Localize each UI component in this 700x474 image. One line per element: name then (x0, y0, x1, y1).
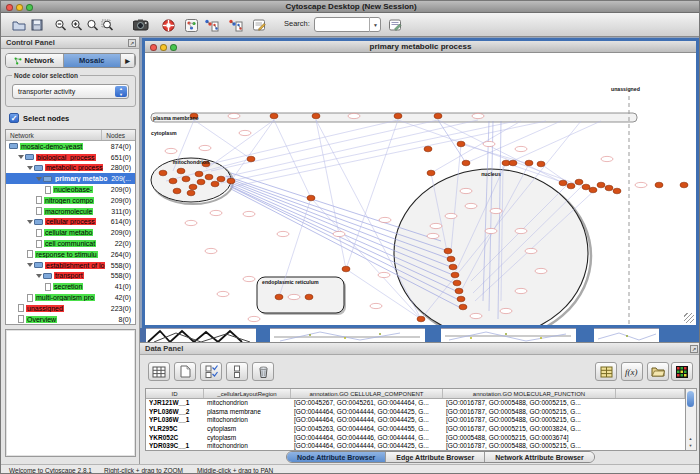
table-icon[interactable] (148, 362, 170, 381)
graph-node[interactable] (424, 146, 432, 152)
tree-row[interactable]: response to stimulu264(0) (6, 249, 135, 260)
table-cell[interactable]: YKR052C (146, 434, 204, 443)
graph-node[interactable] (613, 188, 621, 194)
graph-node[interactable] (189, 184, 197, 190)
col-id[interactable]: ID (146, 389, 204, 398)
expand-triangle-icon[interactable] (27, 220, 33, 224)
tree-row[interactable]: biological_process651(0) (6, 152, 135, 163)
table-cell[interactable]: mitochondrion (204, 442, 291, 451)
background-window-fragment[interactable] (270, 328, 425, 342)
tab-overflow-button[interactable]: ▶ (121, 54, 135, 67)
birdseye-view[interactable] (5, 329, 136, 457)
attribute-table-header[interactable]: ID _cellularLayoutRegion annotation.GO C… (146, 389, 685, 399)
tree-row[interactable]: primary metabo209(... (6, 173, 135, 184)
network-window-titlebar[interactable]: primary metabolic process (145, 41, 696, 53)
save-table-icon[interactable] (595, 362, 617, 381)
graph-node[interactable] (187, 190, 195, 196)
select-nodes-checkbox[interactable]: ✓ (9, 113, 19, 123)
graph-node[interactable] (447, 256, 455, 262)
vizmapper-icon[interactable] (182, 16, 200, 34)
table-cell[interactable]: [GO:0016787, GO:0005488, GO:0005215, G..… (443, 416, 616, 425)
graph-node[interactable] (434, 113, 442, 119)
table-cell[interactable]: [GO:0044464, GO:0044444, GO:0044425, G..… (291, 442, 443, 451)
table-cell[interactable]: YPL036W__2 (146, 408, 204, 417)
table-row[interactable]: YPL036W__1mitochondrion[GO:0044464, GO:0… (146, 416, 685, 425)
table-cell[interactable]: [GO:0016787, GO:0005488, GO:0005215, G..… (443, 442, 616, 451)
tree-row[interactable]: cellular process614(0) (6, 217, 135, 228)
table-scrollbar[interactable]: ▲ ▼ (686, 388, 697, 451)
graph-node[interactable] (567, 183, 575, 189)
layout-a-icon[interactable] (202, 16, 220, 34)
expand-triangle-icon[interactable] (27, 263, 33, 267)
app-titlebar[interactable]: Cytoscape Desktop (New Session) (1, 1, 700, 13)
tree-row[interactable]: nitrogen compo209(0) (6, 195, 135, 206)
expand-triangle-icon[interactable] (27, 166, 33, 170)
table-cell[interactable]: mitochondrion (204, 399, 291, 408)
table-row[interactable]: YPL036W__2plasma membrane[GO:0044464, GO… (146, 408, 685, 417)
table-cell[interactable]: [GO:0016787, GO:0005488, GO:0005215, G..… (443, 408, 616, 417)
zoom-selected-icon[interactable] (98, 16, 116, 34)
table-row[interactable]: YDR039C__1mitochondrion[GO:0044464, GO:0… (146, 442, 685, 451)
graph-node[interactable] (173, 188, 181, 194)
graph-node[interactable] (680, 182, 688, 188)
table-cell[interactable]: [GO:0045263, GO:0044464, GO:0044455, G..… (291, 425, 443, 434)
graph-node[interactable] (575, 179, 583, 185)
node-color-dropdown[interactable]: transporter activity ▲▼ (12, 84, 129, 99)
graph-node[interactable] (509, 160, 517, 166)
table-cell[interactable]: cytoplasm (204, 425, 291, 434)
graph-node[interactable] (597, 182, 605, 188)
table-cell[interactable]: YLR295C (146, 425, 204, 434)
graph-node[interactable] (427, 170, 435, 176)
tree-row[interactable]: nucleobase-209(0) (6, 184, 135, 195)
table-cell[interactable]: YDR039C__1 (146, 442, 204, 451)
tree-row[interactable]: Overview8(0) (6, 314, 135, 325)
graph-node[interactable] (305, 294, 313, 300)
tree-row[interactable]: cell communicat22(0) (6, 238, 135, 249)
search-options-icon[interactable] (386, 16, 404, 34)
col-go-cellular-component[interactable]: annotation.GO CELLULAR_COMPONENT (291, 389, 443, 398)
resize-grip-icon[interactable] (684, 313, 694, 323)
table-cell[interactable]: [GO:0044464, GO:0044444, GO:0044425, G..… (291, 416, 443, 425)
tab-network-attribute-browser[interactable]: Network Attribute Browser (485, 452, 593, 462)
table-cell[interactable]: mitochondrion (204, 416, 291, 425)
background-window-fragment[interactable] (659, 328, 700, 342)
background-window-fragment[interactable] (441, 328, 576, 342)
graph-node[interactable] (459, 304, 467, 310)
graph-node[interactable] (453, 280, 461, 286)
graph-node[interactable] (247, 156, 255, 162)
table-cell[interactable]: [GO:0044464, GO:0044446, GO:0044444, G..… (291, 434, 443, 443)
graph-node[interactable] (182, 176, 190, 182)
trash-icon[interactable] (252, 362, 274, 381)
col-go-molecular-function[interactable]: annotation.GO MOLECULAR_FUNCTION (443, 389, 616, 398)
graph-node[interactable] (582, 184, 590, 190)
table-row[interactable]: YJR121W__1mitochondrion[GO:0045267, GO:0… (146, 399, 685, 408)
graph-node[interactable] (177, 168, 185, 174)
graph-node[interactable] (444, 248, 452, 254)
unselect-attributes-icon[interactable] (226, 362, 248, 381)
background-window-fragment[interactable] (576, 328, 594, 342)
tree-row[interactable]: multi-organism pro42(0) (6, 292, 135, 303)
table-cell[interactable]: [GO:0044464, GO:0044444, GO:0044425, G..… (291, 408, 443, 417)
graph-node[interactable] (217, 176, 225, 182)
graph-node[interactable] (451, 272, 459, 278)
float-data-panel-icon[interactable]: ↗ (690, 345, 698, 353)
select-attributes-icon[interactable] (200, 362, 222, 381)
table-cell[interactable]: YPL036W__1 (146, 416, 204, 425)
graph-node[interactable] (307, 195, 315, 201)
scrollbar-thumb[interactable] (687, 391, 694, 407)
network-tree-header[interactable]: Network Nodes (6, 130, 135, 141)
graph-node[interactable] (417, 316, 425, 322)
graph-node[interactable] (169, 178, 177, 184)
attribute-table[interactable]: ID _cellularLayoutRegion annotation.GO C… (145, 388, 686, 451)
graph-node[interactable] (275, 294, 283, 300)
graph-node[interactable] (655, 182, 663, 188)
background-window-fragment[interactable] (594, 328, 659, 342)
table-cell[interactable]: [GO:0016787, GO:0005215, GO:0003824, G..… (443, 425, 616, 434)
open-icon[interactable] (10, 16, 28, 34)
graph-node[interactable] (525, 160, 533, 166)
graph-node[interactable] (605, 185, 613, 191)
help-icon[interactable] (159, 16, 177, 34)
tab-network[interactable]: Network (6, 54, 64, 67)
network-view-window[interactable]: primary metabolic process plasma membran… (142, 38, 699, 328)
tab-node-attribute-browser[interactable]: Node Attribute Browser (287, 452, 386, 462)
